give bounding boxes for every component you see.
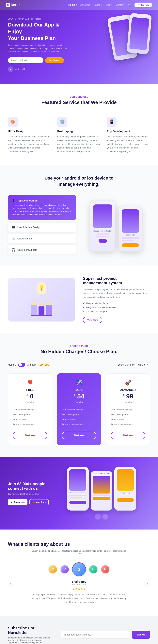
newsletter-form: Sign Up bbox=[61, 631, 150, 639]
manage-phone-2: book a ride bbox=[119, 206, 142, 252]
app-store-button[interactable]: 🍎 App Store bbox=[29, 499, 49, 505]
service-card-prototyping: ⚙️ Prototyping In a few days when our po… bbox=[57, 113, 101, 157]
manage-section: Use your android or ios device tomanage … bbox=[0, 165, 158, 266]
get-started-button[interactable]: Get Started bbox=[45, 57, 64, 63]
nav-about[interactable]: About Us bbox=[80, 4, 90, 6]
pricing-header: PRICING PLAN No Hidden Charges! Choose P… bbox=[8, 345, 150, 354]
hero-form: Get Started bbox=[8, 57, 72, 63]
testimonial-next-button[interactable]: › bbox=[145, 581, 150, 586]
check-icon-3: ✓ bbox=[83, 310, 85, 313]
logo: N Nexus bbox=[6, 3, 20, 7]
appdev-icon: 📱 bbox=[107, 117, 117, 127]
newsletter-signup-button[interactable]: Sign Up bbox=[132, 631, 150, 639]
advanced-plan-name: ADVANCED bbox=[111, 388, 145, 392]
feature-item-ui[interactable]: 💻 User Interface Design bbox=[8, 223, 76, 232]
support-icon: 🎧 bbox=[11, 248, 15, 252]
ui-label: User Interface Design bbox=[17, 226, 40, 229]
nav-contact[interactable]: Contact bbox=[116, 4, 124, 6]
billing-toggle[interactable] bbox=[18, 363, 25, 367]
search-icon[interactable]: 🔍 bbox=[128, 3, 131, 6]
testimonials-title: What's clients say about us bbox=[8, 542, 150, 547]
prototyping-title: Prototyping bbox=[57, 130, 101, 133]
author-name: Shafiq Roy bbox=[14, 580, 144, 583]
testimonials-section: What's clients say about us Lorem ipsum … bbox=[0, 530, 158, 616]
cta-left: Join 63,000+ peopleconnect with us Try y… bbox=[8, 482, 49, 505]
free-plan-icon: 🎈 bbox=[13, 380, 47, 386]
advanced-feature-2: Web development bbox=[111, 412, 145, 417]
newsletter-info: Subscribe For Newsletter Subscribe to ou… bbox=[8, 626, 53, 644]
avatars-row: P P S P P bbox=[14, 562, 144, 576]
support-label: Customer Support bbox=[17, 248, 36, 251]
avatar-1[interactable]: P bbox=[48, 565, 57, 574]
manage-phone-1: choose your destination bbox=[90, 200, 116, 252]
monthly-label: Monthly bbox=[8, 364, 16, 366]
newsletter-title: Subscribe For Newsletter bbox=[8, 626, 53, 635]
free-feature-1: User Interface Design bbox=[13, 407, 47, 412]
cloud-icon: ☁️ bbox=[11, 237, 15, 240]
manage-phones: choose your destination book a ride bbox=[82, 200, 150, 252]
feature-box-desc: Lorem ipsum dolor sit amet, consectetur … bbox=[12, 204, 72, 216]
currency-select[interactable]: USD ▾ bbox=[136, 362, 150, 368]
free-feature-3: Support Tools bbox=[13, 417, 47, 422]
service-card-uiux: 🎨 UI/UX Design Risus commodo vitae et am… bbox=[8, 113, 51, 157]
project-grid: 💡 Super fast projectmanagement system bbox=[8, 276, 150, 323]
free-feature-2: Web development bbox=[13, 412, 47, 417]
cloud-label: Cloud Storage bbox=[17, 237, 33, 240]
cta-buttons: ▶ Google play 🍎 App Store bbox=[8, 499, 49, 505]
avatar-2[interactable]: P bbox=[60, 565, 69, 574]
project-desc: Consectetur adipiscing elit, sed do eius… bbox=[83, 288, 150, 299]
prev-arrow[interactable]: ← bbox=[95, 514, 101, 520]
newsletter-email-input[interactable] bbox=[61, 631, 130, 639]
project-title: Super fast projectmanagement system bbox=[83, 276, 150, 285]
hero-phones bbox=[85, 12, 154, 63]
pricing-section: PRICING PLAN No Hidden Charges! Choose P… bbox=[0, 333, 158, 457]
try-free-button[interactable]: Try for Free bbox=[135, 2, 152, 7]
feature-item-support[interactable]: 🎧 Customer Support bbox=[8, 245, 76, 254]
free-start-button[interactable]: Start Now bbox=[13, 432, 47, 439]
basic-plan-price: $ 54 bbox=[62, 393, 96, 400]
advanced-start-button[interactable]: Start Now bbox=[111, 432, 145, 439]
basic-start-button[interactable]: Start Now bbox=[62, 432, 96, 439]
view-more-button[interactable]: View More bbox=[83, 317, 102, 323]
testimonial-prev-button[interactable]: ‹ bbox=[8, 581, 13, 586]
cta-section: Join 63,000+ peopleconnect with us Try y… bbox=[0, 457, 158, 530]
nav-pages[interactable]: Pages ▾ bbox=[94, 4, 102, 6]
hero-title: Download Our App & EnjoyYour Business Pl… bbox=[8, 22, 72, 42]
hero-content: UPDATE - Version 1.2.1 Just released Dow… bbox=[8, 18, 72, 72]
advanced-feature-4: Products management bbox=[111, 422, 145, 427]
email-input[interactable] bbox=[8, 57, 43, 63]
toggle-knob bbox=[18, 363, 22, 366]
project-section: 💡 Super fast projectmanagement system bbox=[0, 266, 158, 333]
avatar-5[interactable]: P bbox=[101, 565, 110, 574]
google-play-button[interactable]: ▶ Google play bbox=[8, 499, 27, 505]
dollar-sign: $ bbox=[26, 394, 28, 397]
basic-features-list: User Interface Design Web development Su… bbox=[62, 407, 96, 427]
project-content: Super fast projectmanagement system Cons… bbox=[83, 276, 150, 323]
avatar-4[interactable]: P bbox=[89, 565, 98, 574]
feature-item-cloud[interactable]: ☁️ Cloud Storage bbox=[8, 234, 76, 243]
hero-tag: UPDATE - Version 1.2.1 Just released bbox=[8, 18, 72, 20]
nav-home[interactable]: Home ▾ bbox=[68, 4, 77, 6]
currency-selector: Select Currency USD ▾ bbox=[118, 362, 150, 368]
next-arrow[interactable]: → bbox=[102, 514, 108, 520]
pricing-tag: PRICING PLAN bbox=[8, 345, 150, 347]
nav-blog[interactable]: Blog ▾ bbox=[106, 4, 112, 6]
pricing-toggle: Monthly Annually Save 20% Select Currenc… bbox=[8, 362, 150, 368]
uiux-title: UI/UX Design bbox=[8, 130, 51, 133]
basic-feature-2: Web development bbox=[62, 412, 96, 417]
pricing-card-basic: ✈️ BASIC $ 54 /monthly User Interface De… bbox=[57, 373, 101, 445]
logo-icon: N bbox=[6, 3, 10, 7]
pricing-card-advanced: 🚀 ADVANCED $ 99 /monthly User Interface … bbox=[106, 373, 150, 445]
advanced-feature-1: User Interface Design bbox=[111, 407, 145, 412]
advanced-plan-icon: 🚀 bbox=[111, 380, 145, 386]
manage-grid: 📱 App Development Lorem ipsum dolor sit … bbox=[8, 195, 150, 256]
project-feature-3: ✓ 24/7 Live call support bbox=[83, 310, 150, 313]
pricing-card-free: 🎈 FREE $ 0 /monthly User Interface Desig… bbox=[8, 373, 52, 445]
play-icon: ▶ bbox=[8, 66, 13, 72]
save-badge: Save 20% bbox=[38, 364, 51, 366]
project-feature-1: ✓ Easy installation Guide bbox=[83, 302, 150, 304]
pricing-title: No Hidden Charges! Choose Plan. bbox=[8, 349, 150, 354]
watch-video-button[interactable]: ▶ Watch Video bbox=[8, 66, 72, 72]
avatar-active[interactable]: S bbox=[72, 562, 86, 576]
author-role: Founder/CEO bbox=[14, 583, 144, 586]
